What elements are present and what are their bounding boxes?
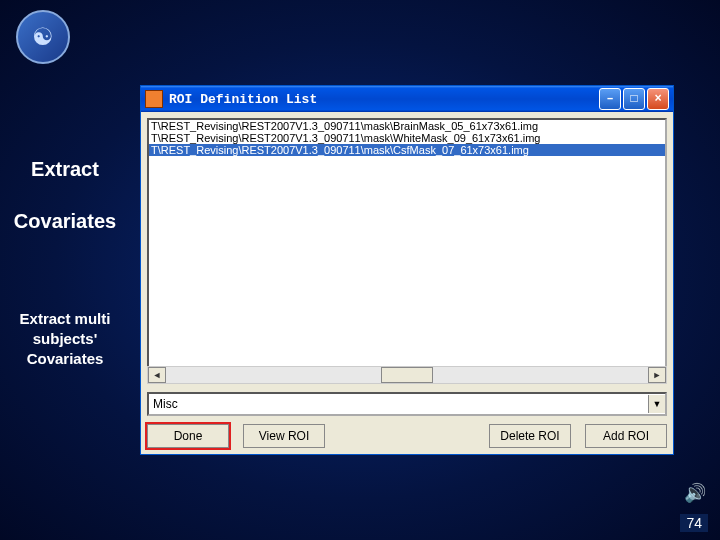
view-roi-button[interactable]: View ROI xyxy=(243,424,325,448)
minimize-button[interactable]: – xyxy=(599,88,621,110)
add-roi-button[interactable]: Add ROI xyxy=(585,424,667,448)
done-button[interactable]: Done xyxy=(147,424,229,448)
window-roi-definition: ROI Definition List – □ × T\REST_Revisin… xyxy=(140,85,674,455)
sidebar-sub-3: Covariates xyxy=(0,350,130,367)
sidebar-title-1: Extract xyxy=(0,158,130,181)
list-item[interactable]: T\REST_Revising\REST2007V1.3_090711\mask… xyxy=(149,120,665,132)
client-area: T\REST_Revising\REST2007V1.3_090711\mask… xyxy=(141,112,673,454)
titlebar[interactable]: ROI Definition List – □ × xyxy=(141,86,673,112)
misc-combo[interactable]: Misc ▼ xyxy=(147,392,667,416)
list-item[interactable]: T\REST_Revising\REST2007V1.3_090711\mask… xyxy=(149,144,665,156)
roi-listbox[interactable]: T\REST_Revising\REST2007V1.3_090711\mask… xyxy=(147,118,667,382)
brand-logo: ☯ xyxy=(16,10,70,64)
app-icon xyxy=(145,90,163,108)
combo-value: Misc xyxy=(149,397,648,411)
sidebar-title-2: Covariates xyxy=(0,210,130,233)
scroll-thumb[interactable] xyxy=(381,367,433,383)
page-number: 74 xyxy=(680,514,708,532)
scroll-left-icon[interactable]: ◄ xyxy=(148,367,166,383)
speaker-icon: 🔊 xyxy=(684,482,706,504)
scroll-right-icon[interactable]: ► xyxy=(648,367,666,383)
delete-roi-button[interactable]: Delete ROI xyxy=(489,424,571,448)
chevron-down-icon[interactable]: ▼ xyxy=(648,395,665,413)
maximize-button[interactable]: □ xyxy=(623,88,645,110)
sidebar-sub-2: subjects' xyxy=(0,330,130,347)
sidebar-sub-1: Extract multi xyxy=(0,310,130,327)
close-button[interactable]: × xyxy=(647,88,669,110)
window-title: ROI Definition List xyxy=(169,92,317,107)
list-item[interactable]: T\REST_Revising\REST2007V1.3_090711\mask… xyxy=(149,132,665,144)
button-row: Done View ROI Delete ROI Add ROI xyxy=(147,424,667,448)
h-scrollbar[interactable]: ◄ ► xyxy=(147,366,667,384)
